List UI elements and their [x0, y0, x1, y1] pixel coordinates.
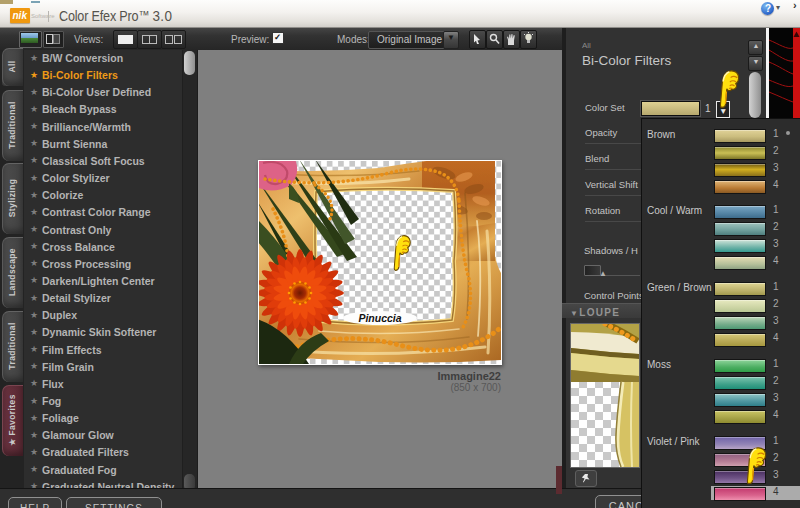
svg-text:Pinuccia: Pinuccia	[358, 312, 401, 324]
